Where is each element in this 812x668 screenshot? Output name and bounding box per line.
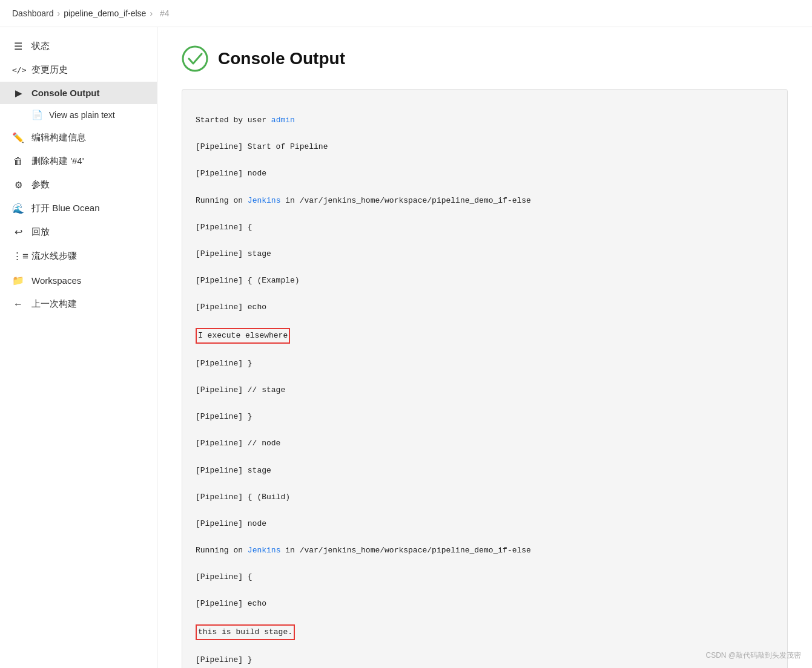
console-line: [Pipeline] Start of Pipeline: [196, 140, 774, 154]
console-line: [Pipeline] stage: [196, 247, 774, 261]
console-line: Running on Jenkins in /var/jenkins_home/…: [196, 194, 774, 208]
jenkins-link-1[interactable]: Jenkins: [248, 196, 281, 205]
console-line: [Pipeline] node: [196, 167, 774, 180]
delete-icon: 🗑: [12, 156, 24, 167]
sidebar-item-workspaces[interactable]: 📁 Workspaces: [0, 269, 157, 292]
console-line: [Pipeline] }: [196, 410, 774, 424]
console-line-build: this is build stage.: [196, 624, 774, 640]
sidebar-label-params: 参数: [31, 179, 50, 191]
sidebar-label-delete: 删除构建 '#4': [31, 156, 84, 167]
admin-link[interactable]: admin: [271, 116, 295, 125]
console-line: [Pipeline] {: [196, 571, 774, 584]
highlight-execute-elsewhere: I execute elsewhere: [196, 328, 290, 344]
console-line: [Pipeline] { (Build): [196, 491, 774, 504]
plaintext-icon: 📄: [31, 110, 43, 120]
sidebar-label-plaintext: View as plain text: [49, 110, 115, 120]
edit-icon: ✏️: [12, 132, 24, 143]
changes-icon: </>: [12, 65, 24, 74]
sidebar-label-edit: 编辑构建信息: [31, 132, 86, 143]
sidebar-item-plaintext[interactable]: 📄 View as plain text: [0, 104, 157, 126]
console-line: Started by user admin: [196, 114, 774, 127]
highlight-build-stage: this is build stage.: [196, 624, 295, 640]
sidebar-label-changes: 变更历史: [31, 64, 68, 76]
blueocean-icon: 🌊: [12, 203, 24, 214]
console-line: [Pipeline] // stage: [196, 384, 774, 397]
breadcrumb: Dashboard › pipeline_demo_if-else › #4: [0, 0, 812, 27]
console-line: [Pipeline] { (Example): [196, 274, 774, 287]
console-line: [Pipeline] echo: [196, 301, 774, 314]
sidebar-label-workspaces: Workspaces: [31, 275, 81, 286]
status-icon: ☰: [12, 41, 24, 52]
watermark: CSDN @敲代码敲到头发茂密: [705, 650, 801, 661]
console-line: [Pipeline] stage: [196, 464, 774, 477]
workspaces-icon: 📁: [12, 275, 24, 286]
console-line: [Pipeline] echo: [196, 597, 774, 611]
sidebar-item-status[interactable]: ☰ 状态: [0, 34, 157, 58]
sidebar-item-delete[interactable]: 🗑 删除构建 '#4': [0, 149, 157, 173]
sidebar-item-steps[interactable]: ⋮≡ 流水线步骤: [0, 244, 157, 269]
sidebar-label-steps: 流水线步骤: [31, 250, 77, 262]
sidebar-label-status: 状态: [31, 41, 50, 52]
sidebar-label-replay: 回放: [31, 226, 50, 238]
sidebar: ☰ 状态 </> 变更历史 ▶ Console Output 📄 View as…: [0, 27, 157, 668]
sidebar-item-console[interactable]: ▶ Console Output: [0, 82, 157, 104]
sidebar-item-changes[interactable]: </> 变更历史: [0, 58, 157, 82]
params-icon: ⚙: [12, 180, 24, 191]
sidebar-item-prev[interactable]: ← 上一次构建: [0, 292, 157, 316]
console-output: Started by user admin [Pipeline] Start o…: [182, 89, 788, 668]
console-line: Running on Jenkins in /var/jenkins_home/…: [196, 544, 774, 557]
sidebar-item-blueocean[interactable]: 🌊 打开 Blue Ocean: [0, 197, 157, 220]
console-icon: ▶: [12, 88, 24, 98]
sidebar-item-replay[interactable]: ↩ 回放: [0, 220, 157, 244]
breadcrumb-dashboard[interactable]: Dashboard: [12, 8, 54, 18]
sidebar-item-edit[interactable]: ✏️ 编辑构建信息: [0, 126, 157, 149]
jenkins-link-2[interactable]: Jenkins: [248, 546, 281, 555]
console-line: [Pipeline] {: [196, 221, 774, 234]
console-line: [Pipeline] }: [196, 357, 774, 370]
page-header: Console Output: [182, 45, 788, 72]
breadcrumb-pipeline[interactable]: pipeline_demo_if-else: [64, 8, 146, 18]
console-line-execute: I execute elsewhere: [196, 328, 774, 344]
steps-icon: ⋮≡: [12, 250, 24, 263]
success-check-icon: [182, 45, 208, 72]
sidebar-label-console: Console Output: [31, 88, 100, 98]
sidebar-label-prev: 上一次构建: [31, 298, 77, 310]
page-title: Console Output: [218, 49, 345, 68]
main-content: Console Output Started by user admin [Pi…: [157, 27, 812, 668]
breadcrumb-build: #4: [160, 8, 170, 18]
replay-icon: ↩: [12, 226, 24, 238]
sidebar-label-blueocean: 打开 Blue Ocean: [31, 203, 100, 214]
sidebar-item-params[interactable]: ⚙ 参数: [0, 173, 157, 197]
prev-icon: ←: [12, 299, 24, 310]
console-line: [Pipeline] node: [196, 517, 774, 531]
svg-point-0: [183, 47, 207, 71]
console-line: [Pipeline] }: [196, 653, 774, 667]
console-line: [Pipeline] // node: [196, 437, 774, 450]
